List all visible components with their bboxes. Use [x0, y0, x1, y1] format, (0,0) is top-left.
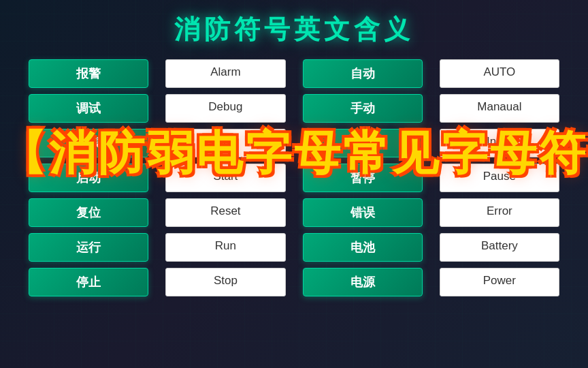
english-label-left-0: Alarm — [165, 59, 285, 88]
chinese-btn-right-0[interactable]: 自动 — [303, 59, 423, 88]
english-label-left-6: Stop — [165, 268, 285, 296]
english-label-right-2: Input — [440, 129, 559, 157]
english-label-left-5: Run — [165, 233, 285, 262]
vocabulary-grid: 报警Alarm自动AUTO调试Debug手动Manaual总线Bus输入Inpu… — [29, 59, 559, 296]
english-label-right-5: Battery — [440, 233, 559, 262]
english-label-right-3: Pause — [440, 164, 559, 192]
english-label-right-6: Power — [440, 268, 559, 296]
english-label-left-2: Bus — [165, 129, 285, 157]
chinese-btn-right-4[interactable]: 错误 — [303, 198, 423, 227]
chinese-btn-left-6[interactable]: 停止 — [29, 268, 148, 296]
chinese-btn-left-3[interactable]: 启动 — [29, 164, 148, 192]
english-label-left-3: Start — [165, 164, 285, 192]
chinese-btn-right-5[interactable]: 电池 — [303, 233, 423, 262]
english-label-left-4: Reset — [165, 198, 285, 227]
chinese-btn-right-1[interactable]: 手动 — [303, 94, 423, 123]
english-label-right-0: AUTO — [440, 59, 559, 88]
chinese-btn-left-5[interactable]: 运行 — [29, 233, 148, 262]
english-label-right-1: Manaual — [440, 94, 559, 123]
english-label-left-1: Debug — [165, 94, 285, 123]
chinese-btn-left-0[interactable]: 报警 — [29, 59, 148, 88]
chinese-btn-right-3[interactable]: 暂停 — [303, 164, 423, 192]
chinese-btn-left-1[interactable]: 调试 — [29, 94, 148, 123]
english-label-right-4: Error — [440, 198, 559, 227]
chinese-btn-left-4[interactable]: 复位 — [29, 198, 148, 227]
main-container: 消防符号英文含义 报警Alarm自动AUTO调试Debug手动Manaual总线… — [0, 0, 588, 368]
chinese-btn-left-2[interactable]: 总线 — [29, 129, 148, 157]
chinese-btn-right-2[interactable]: 输入 — [303, 129, 423, 157]
background: 消防符号英文含义 报警Alarm自动AUTO调试Debug手动Manaual总线… — [0, 0, 588, 368]
page-title: 消防符号英文含义 — [174, 12, 414, 47]
chinese-btn-right-6[interactable]: 电源 — [303, 268, 423, 296]
